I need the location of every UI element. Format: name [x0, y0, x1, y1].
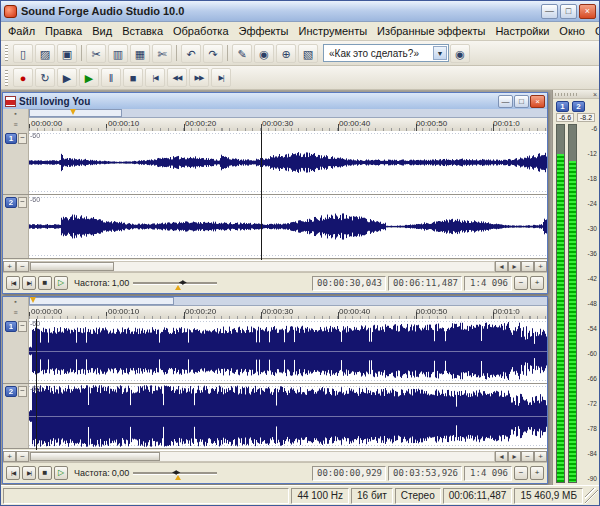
- slider-handle[interactable]: ◀▶: [172, 468, 179, 475]
- scroll-left-button[interactable]: ◂: [495, 451, 508, 462]
- waveform-channel-2[interactable]: -60: [29, 195, 547, 258]
- play-mini-button[interactable]: ▷: [54, 466, 68, 480]
- view-region[interactable]: [29, 297, 174, 305]
- doc-maximize-button[interactable]: □: [514, 95, 529, 108]
- document-window-still-loving-you[interactable]: Still loving You — □ × ▪ ≡ 00:00:00 00:0…: [2, 92, 548, 294]
- menu-help[interactable]: Справка: [590, 23, 599, 39]
- meter-channel-2-badge[interactable]: 2: [572, 101, 585, 112]
- zoom-out-vertical-button[interactable]: −: [521, 261, 534, 272]
- meter-header[interactable]: ×: [553, 90, 599, 99]
- copy-button[interactable]: ▥: [108, 44, 128, 63]
- time-ruler[interactable]: 00:00:00 00:00:10 00:00:20 00:00:30 00:0…: [29, 306, 547, 319]
- redo-button[interactable]: ↷: [203, 44, 223, 63]
- maximize-button[interactable]: □: [560, 4, 577, 19]
- meter-channel-1-badge[interactable]: 1: [556, 101, 569, 112]
- menu-favorite-effects[interactable]: Избранные эффекты: [372, 23, 490, 39]
- cursor-marker-icon[interactable]: [70, 109, 76, 115]
- doc-title-bar[interactable]: Still loving You — □ ×: [3, 93, 547, 109]
- go-to-end-mini-button[interactable]: ▶|: [22, 276, 36, 290]
- lock-icon[interactable]: ▪: [14, 110, 16, 117]
- menu-view[interactable]: Вид: [87, 23, 117, 39]
- snap-icon[interactable]: ≡: [13, 309, 17, 316]
- menu-edit[interactable]: Правка: [40, 23, 87, 39]
- title-bar[interactable]: Sound Forge Audio Studio 10.0 — □ ×: [1, 1, 599, 22]
- new-file-button[interactable]: ▯: [13, 44, 33, 63]
- pause-button[interactable]: ‖: [101, 68, 121, 87]
- rate-slider[interactable]: ◀▶: [133, 466, 217, 480]
- menu-effects[interactable]: Эффекты: [234, 23, 294, 39]
- zoom-ratio-down-button[interactable]: −: [514, 276, 528, 290]
- channel-1-badge[interactable]: 1: [5, 321, 17, 332]
- scrollbar-track[interactable]: [29, 261, 495, 272]
- menu-file[interactable]: Файл: [3, 23, 40, 39]
- zoom-in-vertical-button[interactable]: +: [534, 451, 547, 462]
- zoom-in-time-button[interactable]: +: [3, 261, 16, 272]
- waveform-canvas-ch1[interactable]: [29, 131, 547, 194]
- waveform-channel-2[interactable]: -60: [29, 384, 547, 448]
- open-file-button[interactable]: ▨: [35, 44, 55, 63]
- zoom-ratio-down-button[interactable]: −: [514, 466, 528, 480]
- scrollbar-thumb[interactable]: [30, 262, 114, 271]
- toolbar-grip[interactable]: [5, 70, 8, 86]
- menu-process[interactable]: Обработка: [168, 23, 233, 39]
- snap-icon[interactable]: ≡: [13, 121, 17, 128]
- document-window-2[interactable]: ▪ ≡ 00:00:00 00:00:10 00:00:20 00:00:30 …: [2, 296, 548, 484]
- chevron-down-icon[interactable]: ▼: [433, 46, 447, 60]
- overview-bar[interactable]: [29, 297, 547, 306]
- resize-grip[interactable]: [585, 488, 598, 504]
- zoom-in-vertical-button[interactable]: +: [534, 261, 547, 272]
- menu-options[interactable]: Настройки: [490, 23, 554, 39]
- waveform-canvas-ch2[interactable]: [29, 195, 547, 258]
- menu-tools[interactable]: Инструменты: [294, 23, 373, 39]
- toolbar-grip[interactable]: [5, 45, 8, 61]
- scroll-left-button[interactable]: ◂: [495, 261, 508, 272]
- meter-close-icon[interactable]: ×: [593, 91, 597, 98]
- minimize-button[interactable]: —: [541, 4, 558, 19]
- scroll-right-button[interactable]: ▸: [508, 261, 521, 272]
- channel-1-badge[interactable]: 1: [5, 133, 17, 144]
- trim-button[interactable]: ✄: [152, 44, 172, 63]
- playback-cursor[interactable]: [261, 131, 262, 260]
- zoom-ratio-up-button[interactable]: +: [530, 276, 544, 290]
- stop-mini-button[interactable]: ■: [38, 466, 52, 480]
- undo-button[interactable]: ↶: [181, 44, 201, 63]
- drag-grip-icon[interactable]: [555, 93, 579, 96]
- go-to-start-mini-button[interactable]: |◀: [6, 276, 20, 290]
- zoom-in-time-button[interactable]: +: [3, 451, 16, 462]
- close-button[interactable]: ×: [579, 4, 596, 19]
- channel-minimize-button[interactable]: −: [18, 386, 27, 397]
- menu-window[interactable]: Окно: [554, 23, 590, 39]
- play-button[interactable]: ▶: [79, 68, 99, 87]
- go-to-end-mini-button[interactable]: ▶|: [22, 466, 36, 480]
- stop-mini-button[interactable]: ■: [38, 276, 52, 290]
- go-to-start-button[interactable]: |◀: [145, 68, 165, 87]
- waveform-canvas-ch2[interactable]: [29, 384, 547, 448]
- zoom-out-time-button[interactable]: −: [16, 261, 29, 272]
- doc-close-button[interactable]: ×: [530, 95, 545, 108]
- snap-button[interactable]: ▧: [298, 44, 318, 63]
- zoom-out-time-button[interactable]: −: [16, 451, 29, 462]
- zoom-out-vertical-button[interactable]: −: [521, 451, 534, 462]
- howto-combobox[interactable]: «Как это сделать?» ▼: [323, 44, 449, 62]
- playback-cursor[interactable]: [36, 319, 37, 450]
- channel-minimize-button[interactable]: −: [18, 321, 27, 332]
- paste-button[interactable]: ▦: [130, 44, 150, 63]
- scrollbar-track[interactable]: [29, 451, 495, 462]
- waveform-canvas-ch1[interactable]: [29, 319, 547, 383]
- record-button[interactable]: ●: [13, 68, 33, 87]
- scrollbar-thumb[interactable]: [30, 452, 160, 461]
- overview-bar[interactable]: [29, 109, 547, 118]
- slider-handle[interactable]: ◀▶: [179, 278, 186, 285]
- go-to-start-mini-button[interactable]: |◀: [6, 466, 20, 480]
- channel-2-badge[interactable]: 2: [5, 197, 17, 208]
- channel-minimize-button[interactable]: −: [18, 197, 27, 208]
- time-ruler[interactable]: 00:00:00 00:00:10 00:00:20 00:00:30 00:0…: [29, 118, 547, 131]
- cut-button[interactable]: ✂: [86, 44, 106, 63]
- doc-minimize-button[interactable]: —: [498, 95, 513, 108]
- channel-2-badge[interactable]: 2: [5, 386, 17, 397]
- forward-button[interactable]: ▶▶: [189, 68, 209, 87]
- magnify-tool-button[interactable]: ◉: [254, 44, 274, 63]
- play-mini-button[interactable]: ▷: [54, 276, 68, 290]
- loop-playback-button[interactable]: ↻: [35, 68, 55, 87]
- zoom-ratio-up-button[interactable]: +: [530, 466, 544, 480]
